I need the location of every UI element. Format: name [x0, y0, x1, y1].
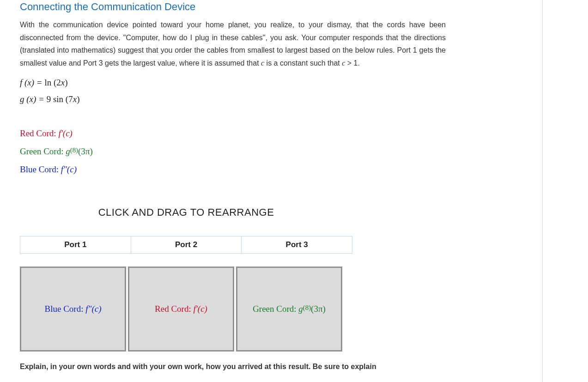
card-green-sup: (8)	[303, 304, 311, 311]
function-g: g (x) = 9 sin (7x)	[20, 91, 446, 107]
card-red-arg: ′(c)	[196, 304, 207, 314]
cord-blue-arg: ″(c)	[63, 164, 77, 174]
fn-g-rhs: 9 sin (7x)	[47, 94, 80, 104]
instructions-text-pre: With the communication device pointed to…	[20, 21, 446, 67]
card-green-label: Green Cord:	[253, 304, 298, 314]
card-red-content: Red Cord: f′(c)	[155, 304, 207, 314]
card-green-cord[interactable]: Green Cord: g(8)(3π)	[236, 267, 342, 352]
card-green-fn: g	[298, 304, 303, 314]
port-header-row: Port 1 Port 2 Port 3	[20, 236, 352, 254]
cord-blue-label: Blue Cord:	[20, 164, 61, 174]
card-green-arg: (3π)	[311, 304, 326, 314]
cord-blue: Blue Cord: f″(c)	[20, 161, 446, 179]
port-header-1: Port 1	[20, 236, 131, 253]
card-blue-label: Blue Cord:	[45, 304, 86, 314]
divider-right	[542, 0, 543, 382]
main-content: Connecting the Communication Device With…	[0, 1, 446, 371]
fn-g-lhs: g (x) =	[20, 94, 47, 104]
explain-prompt: Explain, in your own words and with your…	[20, 363, 445, 371]
function-definitions: f (x) = ln (2x) g (x) = 9 sin (7x)	[20, 75, 446, 107]
cord-red: Red Cord: f′(c)	[20, 125, 446, 143]
card-red-cord[interactable]: Red Cord: f′(c)	[128, 267, 234, 352]
card-row: Blue Cord: f″(c) Red Cord: f′(c) Green C…	[20, 267, 343, 352]
card-red-label: Red Cord:	[155, 304, 193, 314]
card-blue-cord[interactable]: Blue Cord: f″(c)	[20, 267, 126, 352]
fn-f-rhs: ln (2x)	[44, 78, 67, 87]
card-blue-content: Blue Cord: f″(c)	[45, 304, 102, 314]
drag-heading: CLICK AND DRAG TO REARRANGE	[20, 206, 352, 218]
instructions-text-gt: > 1.	[345, 59, 360, 67]
card-blue-arg: ″(c)	[88, 304, 101, 314]
instructions-text-mid: is a constant such that	[264, 59, 342, 67]
section-title: Connecting the Communication Device	[20, 1, 446, 13]
fn-f-lhs: f (x) =	[20, 78, 44, 87]
cord-green-fn: g	[66, 146, 70, 156]
cord-red-arg: ′(c)	[61, 128, 73, 138]
port-header-2: Port 2	[131, 236, 242, 253]
card-green-content: Green Cord: g(8)(3π)	[253, 304, 326, 314]
cord-green-label: Green Cord:	[20, 146, 66, 156]
cord-green: Green Cord: g(8)(3π)	[20, 143, 446, 161]
port-header-3: Port 3	[242, 236, 352, 253]
instructions-paragraph: With the communication device pointed to…	[20, 18, 446, 69]
cord-definitions: Red Cord: f′(c) Green Cord: g(8)(3π) Blu…	[20, 125, 446, 179]
cord-red-label: Red Cord:	[20, 128, 58, 138]
cord-green-arg: (3π)	[78, 146, 93, 156]
cord-green-sup: (8)	[70, 146, 78, 154]
function-f: f (x) = ln (2x)	[20, 75, 446, 91]
